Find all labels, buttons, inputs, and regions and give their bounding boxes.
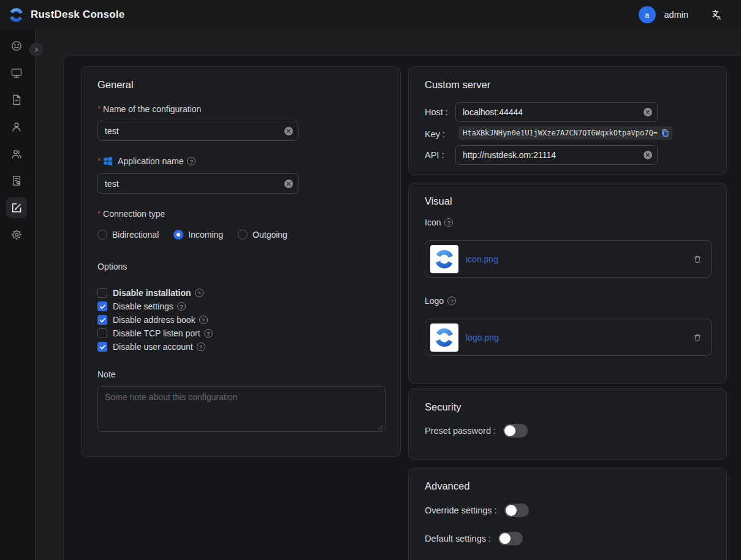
note-label: Note (97, 369, 116, 379)
api-input[interactable] (455, 145, 658, 165)
radio-bidirectional[interactable]: Bidirectional (97, 230, 159, 240)
key-value: HtaXBkJNHyn0e1U1jWXze7A7CN7QTGWqxkOtpaVp… (463, 129, 658, 137)
icon-label: Icon ? (425, 218, 453, 227)
chevron-right-icon (33, 47, 39, 53)
help-icon[interactable]: ? (444, 218, 453, 227)
checkbox-icon (97, 301, 107, 311)
checkbox-icon (97, 288, 107, 298)
sidebar-item-configurations[interactable] (6, 197, 27, 218)
host-field (455, 102, 658, 122)
windows-logo-icon (103, 156, 113, 166)
avatar[interactable]: a (639, 6, 656, 23)
help-icon[interactable]: ? (197, 342, 205, 351)
app-title: RustDesk Console (31, 9, 124, 21)
username[interactable]: admin (664, 10, 689, 20)
note-textarea[interactable] (97, 386, 386, 432)
help-icon[interactable]: ? (195, 289, 203, 297)
checkbox-disable-tcp-listen-port[interactable]: Disable TCP listen port ? (97, 327, 213, 340)
required-asterisk: * (97, 156, 101, 165)
sidebar-item-settings[interactable] (6, 224, 27, 245)
toggle-knob (506, 505, 517, 516)
sidebar-item-audit[interactable] (6, 170, 27, 191)
topbar-right: a admin A (639, 0, 741, 29)
copy-icon[interactable] (661, 129, 669, 137)
visual-card: Visual Icon ? icon.png (408, 183, 727, 384)
preset-password-toggle[interactable] (503, 424, 528, 437)
config-name-field (97, 121, 298, 141)
security-title: Security (425, 401, 462, 413)
monitor-icon (10, 67, 23, 79)
toggle-knob (500, 533, 511, 544)
help-icon[interactable]: ? (199, 316, 208, 324)
rustdesk-logo-icon (433, 248, 455, 270)
preset-password-row: Preset password : (425, 424, 528, 437)
sidebar-item-users[interactable] (6, 116, 27, 137)
checkbox-disable-settings[interactable]: Disable settings ? (97, 300, 213, 313)
required-asterisk: * (97, 104, 101, 113)
host-label: Host : (425, 107, 448, 117)
logo-label: Logo ? (425, 296, 456, 306)
clear-icon[interactable] (644, 151, 652, 159)
application-name-label: * Application name ? (97, 156, 196, 166)
custom-server-card: Custom server Host : Key : HtaXBkJNHyn0e… (408, 66, 727, 175)
note-field (97, 386, 386, 432)
toggle-knob (504, 425, 515, 436)
smiley-icon (10, 40, 23, 52)
sidebar-item-dashboard[interactable] (6, 36, 27, 56)
security-card: Security Preset password : (408, 388, 727, 460)
radio-icon (97, 230, 107, 240)
default-settings-row: Default settings : (425, 532, 523, 545)
api-label: API : (425, 150, 444, 160)
options-label: Options (97, 262, 127, 271)
trash-icon[interactable] (693, 333, 702, 342)
clear-icon[interactable] (284, 127, 293, 135)
radio-incoming[interactable]: Incoming (173, 230, 223, 240)
checkbox-disable-installation[interactable]: Disable installation ? (97, 286, 213, 300)
advanced-title: Advanced (425, 480, 469, 492)
general-title: General (97, 79, 134, 91)
api-field (455, 145, 658, 165)
checkbox-disable-address-book[interactable]: Disable address book ? (97, 313, 213, 327)
icon-file-link[interactable]: icon.png (466, 254, 498, 264)
visual-title: Visual (425, 195, 452, 207)
config-name-label: * Name of the configuration (97, 104, 201, 114)
options-checkboxes: Disable installation ? Disable settings … (97, 286, 213, 354)
checkbox-icon (97, 328, 107, 338)
override-settings-toggle[interactable] (504, 504, 529, 517)
trash-icon[interactable] (693, 254, 702, 264)
icon-thumbnail (430, 245, 458, 273)
sidebar-item-sessions[interactable] (6, 89, 27, 110)
radio-icon (173, 230, 183, 240)
logo-file-link[interactable]: logo.png (466, 333, 499, 342)
checkbox-disable-user-account[interactable]: Disable user account ? (97, 340, 213, 354)
config-name-input[interactable] (97, 121, 298, 141)
audit-log-icon (10, 175, 23, 187)
help-icon[interactable]: ? (204, 329, 213, 338)
topbar: RustDesk Console a admin A (0, 0, 741, 29)
application-name-input[interactable] (97, 173, 298, 194)
radio-outgoing[interactable]: Outgoing (238, 230, 287, 240)
edit-config-icon (10, 202, 23, 214)
clear-icon[interactable] (644, 108, 652, 116)
sidebar-item-devices[interactable] (6, 62, 27, 83)
default-settings-label: Default settings : (425, 534, 491, 543)
custom-server-title: Custom server (425, 79, 490, 91)
icon-file-row: icon.png (425, 240, 712, 278)
sidebar-collapse-button[interactable] (29, 43, 43, 56)
host-input[interactable] (455, 102, 658, 122)
clear-icon[interactable] (284, 180, 293, 188)
sidebar-item-groups[interactable] (6, 143, 27, 164)
advanced-card: Advanced Override settings : Default set… (408, 467, 727, 560)
default-settings-toggle[interactable] (498, 532, 523, 545)
rustdesk-logo-icon (433, 327, 455, 349)
key-field: HtaXBkJNHyn0e1U1jWXze7A7CN7QTGWqxkOtpaVp… (458, 126, 672, 140)
help-icon[interactable]: ? (177, 302, 186, 311)
help-icon[interactable]: ? (187, 157, 196, 165)
help-icon[interactable]: ? (447, 297, 456, 305)
brand[interactable]: RustDesk Console (8, 7, 124, 23)
translate-icon[interactable]: A (709, 7, 724, 22)
gear-icon (10, 229, 23, 241)
key-label: Key : (425, 129, 445, 139)
connection-type-radios: Bidirectional Incoming Outgoing (97, 230, 287, 240)
user-icon (10, 121, 23, 133)
